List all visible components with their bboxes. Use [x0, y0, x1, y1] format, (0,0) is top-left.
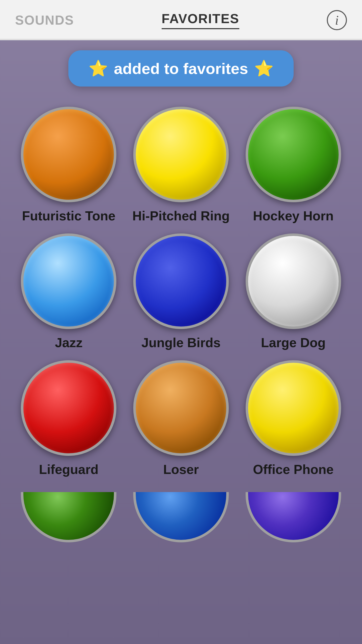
partial-item-partial-1[interactable]: [15, 492, 122, 542]
sound-label-lifeguard: Lifeguard: [39, 462, 99, 477]
sound-item-jungle-birds[interactable]: Jungle Birds: [127, 233, 235, 350]
tab-favorites[interactable]: FAVORITES: [162, 11, 239, 29]
sound-item-lifeguard[interactable]: Lifeguard: [15, 360, 122, 477]
sound-item-futuristic-tone[interactable]: Futuristic Tone: [15, 107, 122, 223]
sound-item-jazz[interactable]: Jazz: [15, 233, 122, 350]
sound-label-hi-pitched-ring: Hi-Pitched Ring: [132, 208, 230, 223]
toast-area: ⭐ added to favorites ⭐: [0, 40, 362, 92]
sound-label-office-phone: Office Phone: [253, 462, 334, 477]
sound-button-jazz[interactable]: [21, 233, 116, 329]
sound-button-loser[interactable]: [133, 360, 229, 456]
sound-button-hockey-horn[interactable]: [246, 107, 341, 202]
info-button[interactable]: i: [327, 10, 347, 30]
sound-item-large-dog[interactable]: Large Dog: [240, 233, 347, 350]
sound-item-hockey-horn[interactable]: Hockey Horn: [240, 107, 347, 223]
sound-button-jungle-birds[interactable]: [133, 233, 229, 329]
sound-item-hi-pitched-ring[interactable]: Hi-Pitched Ring: [127, 107, 235, 223]
header: SOUNDS FAVORITES i: [0, 0, 362, 40]
partial-button-partial-3[interactable]: [246, 492, 341, 542]
sound-button-lifeguard[interactable]: [21, 360, 116, 456]
sound-item-loser[interactable]: Loser: [127, 360, 235, 477]
partial-item-partial-2[interactable]: [127, 492, 235, 542]
partial-button-partial-1[interactable]: [21, 492, 116, 542]
sound-button-hi-pitched-ring[interactable]: [133, 107, 229, 202]
sound-label-jazz: Jazz: [55, 335, 82, 350]
sound-item-office-phone[interactable]: Office Phone: [240, 360, 347, 477]
partial-item-partial-3[interactable]: [240, 492, 347, 542]
sounds-grid: Futuristic ToneHi-Pitched RingHockey Hor…: [0, 92, 362, 492]
sound-button-office-phone[interactable]: [246, 360, 341, 456]
sound-button-large-dog[interactable]: [246, 233, 341, 329]
toast-notification: ⭐ added to favorites ⭐: [68, 50, 294, 87]
sound-label-futuristic-tone: Futuristic Tone: [22, 208, 115, 223]
sound-label-large-dog: Large Dog: [261, 335, 326, 350]
toast-star-right: ⭐: [254, 59, 274, 77]
sound-label-jungle-birds: Jungle Birds: [142, 335, 221, 350]
sound-label-loser: Loser: [163, 462, 199, 477]
partial-row: [0, 492, 362, 557]
sound-label-hockey-horn: Hockey Horn: [253, 208, 334, 223]
toast-message: added to favorites: [114, 60, 248, 77]
toast-star-left: ⭐: [88, 59, 108, 77]
sound-button-futuristic-tone[interactable]: [21, 107, 116, 202]
tab-sounds[interactable]: SOUNDS: [15, 13, 74, 28]
partial-button-partial-2[interactable]: [133, 492, 229, 542]
